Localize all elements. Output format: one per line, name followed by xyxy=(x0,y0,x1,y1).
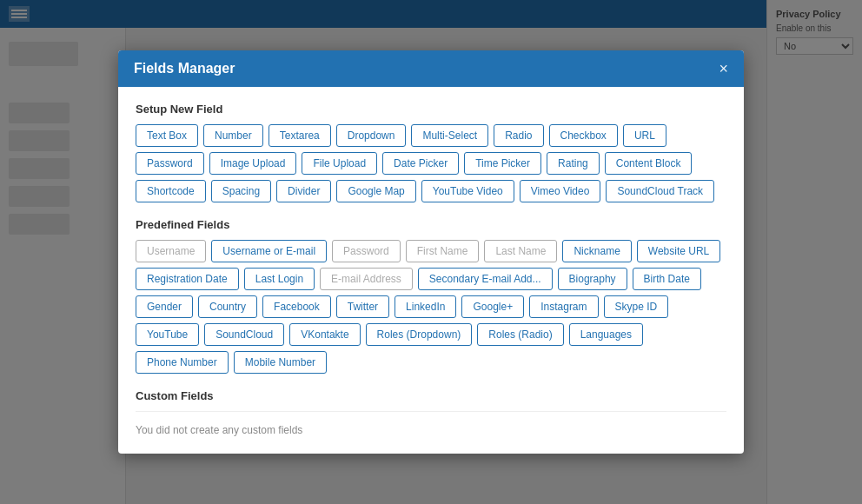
modal-body: Setup New Field Text BoxNumberTextareaDr… xyxy=(118,87,744,454)
setup-btn-dropdown[interactable]: Dropdown xyxy=(336,124,407,147)
predefined-btn-skype-id[interactable]: Skype ID xyxy=(604,295,669,318)
modal-overlay: Fields Manager × Setup New Field Text Bo… xyxy=(0,0,862,504)
fields-manager-modal: Fields Manager × Setup New Field Text Bo… xyxy=(118,50,744,454)
setup-btn-spacing[interactable]: Spacing xyxy=(211,180,271,202)
custom-fields-empty-message: You did not create any custom fields xyxy=(136,424,726,436)
setup-btn-content-block[interactable]: Content Block xyxy=(605,152,693,175)
setup-btn-shortcode[interactable]: Shortcode xyxy=(136,180,206,202)
setup-btn-checkbox[interactable]: Checkbox xyxy=(549,124,618,147)
predefined-btn-mobile-number[interactable]: Mobile Number xyxy=(234,351,327,374)
setup-btn-number[interactable]: Number xyxy=(203,124,263,147)
predefined-btn-e-mail-address: E-mail Address xyxy=(320,268,413,290)
setup-btn-image-upload[interactable]: Image Upload xyxy=(209,152,297,175)
predefined-btn-gender[interactable]: Gender xyxy=(136,295,193,318)
custom-section-title: Custom Fields xyxy=(136,389,726,402)
setup-btn-text-box[interactable]: Text Box xyxy=(136,124,198,147)
setup-btn-radio[interactable]: Radio xyxy=(494,124,543,147)
setup-btn-multi-select[interactable]: Multi-Select xyxy=(411,124,488,147)
setup-field-buttons: Text BoxNumberTextareaDropdownMulti-Sele… xyxy=(136,124,726,202)
setup-btn-time-picker[interactable]: Time Picker xyxy=(464,152,541,175)
setup-btn-password[interactable]: Password xyxy=(136,152,204,175)
predefined-btn-youtube[interactable]: YouTube xyxy=(136,323,199,346)
predefined-btn-username-or-e-mail[interactable]: Username or E-mail xyxy=(211,240,327,262)
predefined-btn-linkedin[interactable]: LinkedIn xyxy=(395,295,456,318)
setup-btn-youtube-video[interactable]: YouTube Video xyxy=(421,180,514,202)
setup-btn-file-upload[interactable]: File Upload xyxy=(302,152,377,175)
predefined-field-buttons: UsernameUsername or E-mailPasswordFirst … xyxy=(136,240,726,374)
setup-btn-rating[interactable]: Rating xyxy=(547,152,600,175)
predefined-btn-facebook[interactable]: Facebook xyxy=(262,295,331,318)
predefined-btn-birth-date[interactable]: Birth Date xyxy=(633,268,701,290)
predefined-btn-google-[interactable]: Google+ xyxy=(461,295,524,318)
predefined-btn-website-url[interactable]: Website URL xyxy=(637,240,720,262)
predefined-btn-country[interactable]: Country xyxy=(198,295,257,318)
predefined-btn-nickname[interactable]: Nickname xyxy=(562,240,631,262)
predefined-btn-registration-date[interactable]: Registration Date xyxy=(136,268,239,290)
predefined-section-title: Predefined Fields xyxy=(136,218,726,231)
predefined-btn-last-login[interactable]: Last Login xyxy=(244,268,315,290)
setup-btn-google-map[interactable]: Google Map xyxy=(336,180,415,202)
modal-title: Fields Manager xyxy=(134,61,235,76)
predefined-btn-secondary-e-mail-add...[interactable]: Secondary E-mail Add... xyxy=(418,268,553,290)
predefined-btn-first-name: First Name xyxy=(406,240,480,262)
predefined-btn-last-name: Last Name xyxy=(484,240,557,262)
custom-section-divider xyxy=(136,411,726,412)
setup-btn-textarea[interactable]: Textarea xyxy=(269,124,331,147)
predefined-btn-phone-number[interactable]: Phone Number xyxy=(136,351,229,374)
setup-btn-date-picker[interactable]: Date Picker xyxy=(382,152,459,175)
predefined-btn-username: Username xyxy=(136,240,206,262)
setup-section-title: Setup New Field xyxy=(136,103,726,116)
modal-close-button[interactable]: × xyxy=(719,61,728,76)
predefined-btn-vkontakte[interactable]: VKontakte xyxy=(289,323,360,346)
predefined-btn-instagram[interactable]: Instagram xyxy=(529,295,598,318)
modal-header: Fields Manager × xyxy=(118,50,744,87)
predefined-btn-roles--dropdown-[interactable]: Roles (Dropdown) xyxy=(366,323,473,346)
setup-btn-vimeo-video[interactable]: Vimeo Video xyxy=(520,180,601,202)
predefined-btn-roles--radio-[interactable]: Roles (Radio) xyxy=(477,323,563,346)
setup-btn-divider[interactable]: Divider xyxy=(276,180,331,202)
predefined-btn-languages[interactable]: Languages xyxy=(569,323,643,346)
predefined-btn-twitter[interactable]: Twitter xyxy=(336,295,389,318)
setup-btn-soundcloud-track[interactable]: SoundCloud Track xyxy=(606,180,714,202)
predefined-btn-soundcloud[interactable]: SoundCloud xyxy=(204,323,284,346)
predefined-btn-biography[interactable]: Biography xyxy=(558,268,627,290)
setup-btn-url[interactable]: URL xyxy=(623,124,666,147)
predefined-btn-password: Password xyxy=(332,240,401,262)
